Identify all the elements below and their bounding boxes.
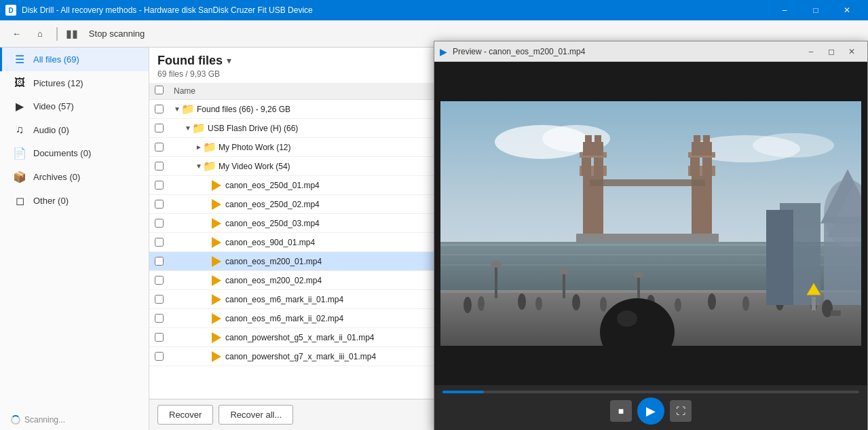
- stop-scanning-label: Stop scanning: [89, 29, 145, 39]
- svg-rect-18: [702, 156, 712, 176]
- svg-rect-9: [582, 156, 591, 176]
- home-button[interactable]: ⌂: [32, 26, 48, 41]
- window-title: Disk Drill - All recovery methods - Hard…: [22, 5, 313, 15]
- photo-work-checkbox[interactable]: [155, 143, 164, 151]
- all-files-icon: ☰: [13, 53, 26, 66]
- file8-checkbox[interactable]: [155, 314, 164, 323]
- video-work-checkbox[interactable]: [155, 162, 164, 171]
- playback-controls: ■ ▶ ⛶: [442, 397, 859, 425]
- usb-expand-arrow[interactable]: ▼: [185, 124, 191, 132]
- stop-scanning-button[interactable]: Stop scanning: [83, 26, 150, 41]
- video-file-icon-7: [212, 294, 221, 305]
- sidebar-item-documents[interactable]: 📄 Documents (0): [0, 141, 149, 165]
- svg-rect-22: [703, 135, 710, 145]
- file7-label: canon_eos_m6_mark_ii_01.mp4: [225, 295, 343, 304]
- close-button[interactable]: ✕: [831, 0, 863, 20]
- svg-rect-53: [766, 210, 793, 305]
- sidebar-item-audio[interactable]: ♫ Audio (0): [0, 118, 149, 141]
- preview-controls-bar: ■ ▶ ⛶: [434, 385, 867, 430]
- file3-label: canon_eos_250d_03.mp4: [225, 219, 320, 228]
- svg-rect-55: [812, 297, 816, 310]
- root-expand-arrow[interactable]: ▼: [174, 105, 181, 113]
- back-button[interactable]: ←: [7, 26, 26, 41]
- file8-label: canon_eos_m6_mark_ii_02.mp4: [225, 314, 343, 323]
- svg-rect-57: [831, 310, 841, 316]
- file10-label: canon_powershot_g7_x_mark_iii_01.mp4: [225, 352, 376, 361]
- minimize-button[interactable]: –: [769, 0, 800, 20]
- svg-point-37: [464, 297, 472, 313]
- svg-rect-31: [495, 264, 497, 298]
- sidebar: ☰ All files (69) 🖼 Pictures (12) ▶ Video…: [0, 48, 149, 430]
- file9-label: canon_powershot_g5_x_mark_ii_01.mp4: [225, 333, 374, 342]
- documents-icon: 📄: [13, 147, 26, 160]
- preview-title-bar: ▶ Preview - canon_eos_m200_01.mp4 – ◻ ✕: [434, 41, 867, 62]
- sidebar-label-pictures: Pictures (12): [33, 78, 83, 88]
- video-file-icon-4: [212, 237, 221, 248]
- file3-checkbox[interactable]: [155, 219, 164, 228]
- home-icon: ⌂: [37, 29, 43, 39]
- svg-point-39: [518, 293, 526, 310]
- usb-folder-icon: 📁: [193, 122, 205, 135]
- sidebar-label-other: Other (0): [33, 196, 69, 206]
- sidebar-label-archives: Archives (0): [33, 172, 80, 182]
- svg-rect-21: [694, 135, 700, 145]
- svg-point-42: [600, 297, 607, 312]
- svg-rect-14: [595, 135, 601, 145]
- fullscreen-button[interactable]: ⛶: [670, 400, 692, 422]
- file6-checkbox[interactable]: [155, 276, 164, 285]
- sidebar-footer: Scanning...: [0, 410, 149, 430]
- fullscreen-icon: ⛶: [676, 406, 685, 416]
- file10-checkbox[interactable]: [155, 352, 164, 361]
- recover-all-button[interactable]: Recover all...: [219, 405, 293, 425]
- maximize-button[interactable]: □: [800, 0, 831, 20]
- window-controls: – □ ✕: [769, 0, 863, 20]
- root-group-checkbox[interactable]: [155, 105, 164, 113]
- video-file-icon-3: [212, 218, 221, 229]
- preview-title: Preview - canon_eos_m200_01.mp4: [453, 47, 585, 56]
- sidebar-item-pictures[interactable]: 🖼 Pictures (12): [0, 71, 149, 94]
- scanning-label: Scanning...: [24, 415, 65, 425]
- sidebar-label-all-files: All files (69): [33, 54, 79, 65]
- svg-point-40: [535, 297, 542, 310]
- usb-drive-checkbox[interactable]: [155, 124, 164, 132]
- stop-button[interactable]: ■: [610, 400, 632, 422]
- select-all-checkbox[interactable]: [155, 86, 164, 94]
- file9-checkbox[interactable]: [155, 333, 164, 342]
- seek-bar[interactable]: [442, 391, 859, 393]
- svg-rect-33: [563, 271, 565, 298]
- file5-label: canon_eos_m200_01.mp4: [225, 257, 322, 266]
- scanning-spinner: [11, 415, 20, 425]
- sidebar-item-video[interactable]: ▶ Video (57): [0, 94, 149, 118]
- sidebar-item-other[interactable]: ◻ Other (0): [0, 189, 149, 213]
- video-file-icon-6: [212, 275, 221, 286]
- photo-expand-arrow[interactable]: ►: [195, 143, 202, 151]
- found-files-dropdown[interactable]: ▾: [227, 55, 231, 66]
- photo-work-label: My Photo Work (12): [219, 143, 290, 152]
- video-file-icon-2: [212, 199, 221, 210]
- preview-minimize-button[interactable]: –: [801, 41, 821, 62]
- app-icon: D: [5, 5, 16, 16]
- svg-point-45: [708, 293, 716, 310]
- file4-checkbox[interactable]: [155, 238, 164, 247]
- root-group-label: Found files (66) - 9,26 GB: [197, 105, 290, 114]
- preview-video-frame: [440, 101, 861, 346]
- svg-rect-24: [576, 234, 719, 242]
- svg-point-36: [633, 271, 644, 278]
- file6-label: canon_eos_m200_02.mp4: [225, 276, 322, 285]
- play-button[interactable]: ▶: [637, 397, 664, 425]
- video-expand-arrow[interactable]: ▼: [195, 162, 202, 170]
- preview-close-button[interactable]: ✕: [842, 41, 862, 62]
- sidebar-item-archives[interactable]: 📦 Archives (0): [0, 165, 149, 189]
- preview-maximize-button[interactable]: ◻: [821, 41, 842, 62]
- file5-checkbox[interactable]: [155, 257, 164, 266]
- sidebar-item-all-files[interactable]: ☰ All files (69): [0, 48, 149, 71]
- svg-point-4: [753, 133, 834, 158]
- file2-checkbox[interactable]: [155, 200, 164, 209]
- stop-icon: ■: [618, 406, 624, 416]
- file1-checkbox[interactable]: [155, 181, 164, 190]
- sidebar-label-video: Video (57): [33, 101, 74, 111]
- usb-drive-label: USB Flash Drive (H) (66): [208, 124, 298, 133]
- file7-checkbox[interactable]: [155, 295, 164, 304]
- found-files-title: Found files: [157, 54, 223, 68]
- recover-button[interactable]: Recover: [157, 405, 213, 425]
